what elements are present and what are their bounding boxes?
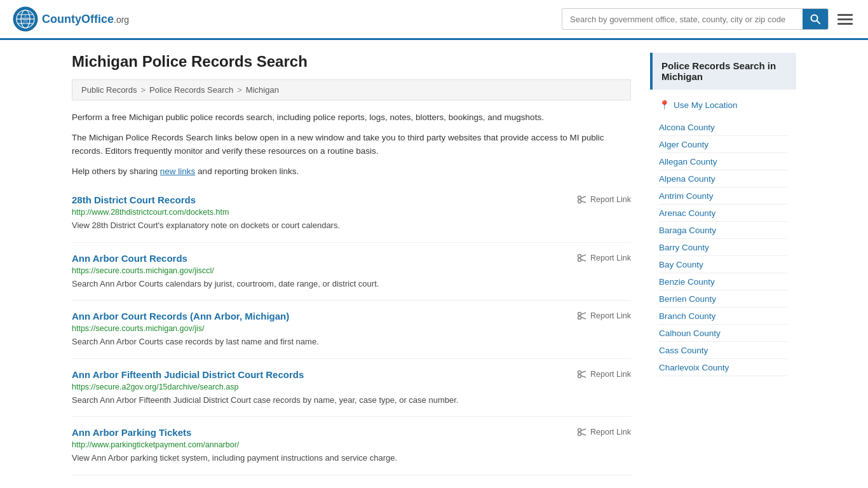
menu-line-2 bbox=[837, 18, 853, 20]
sidebar-county-link[interactable]: Alger County bbox=[659, 140, 709, 149]
sidebar-county-item: Antrim County bbox=[659, 187, 787, 205]
breadcrumb-public-records[interactable]: Public Records bbox=[81, 85, 137, 95]
record-title: Ann Arbor Parking Tickets bbox=[72, 427, 191, 438]
sidebar-county-link[interactable]: Alpena County bbox=[659, 174, 715, 184]
record-title-link[interactable]: 28th District Court Records bbox=[72, 194, 196, 205]
sidebar-county-item: Alpena County bbox=[659, 170, 787, 187]
report-link-label: Report Link bbox=[590, 370, 631, 379]
description-1: Perform a free Michigan public police re… bbox=[72, 111, 631, 125]
record-title: Ann Arbor Fifteenth Judicial District Co… bbox=[72, 369, 304, 380]
svg-point-22 bbox=[578, 370, 581, 374]
report-link-label: Report Link bbox=[590, 254, 631, 262]
sidebar-county-link[interactable]: Bay County bbox=[659, 260, 703, 269]
breadcrumb-sep-1: > bbox=[140, 85, 146, 95]
report-link-label: Report Link bbox=[590, 428, 631, 437]
sidebar-county-link[interactable]: Allegan County bbox=[659, 157, 717, 166]
svg-point-10 bbox=[578, 196, 581, 200]
sidebar-county-item: Benzie County bbox=[659, 273, 787, 290]
logo-text: CountyOffice.org bbox=[42, 13, 129, 26]
record-url[interactable]: http://www.parkingticketpayment.com/anna… bbox=[72, 440, 631, 449]
sidebar-county-link[interactable]: Charlevoix County bbox=[659, 363, 729, 372]
record-url[interactable]: https://secure.courts.michigan.gov/jis/ bbox=[72, 324, 631, 333]
record-title: 28th District Court Records bbox=[72, 194, 196, 205]
record-item: Ann Arbor Parking Tickets Report Link ht… bbox=[72, 417, 631, 475]
search-input[interactable] bbox=[562, 10, 803, 29]
breadcrumb-sep-2: > bbox=[237, 85, 242, 95]
report-link-label: Report Link bbox=[590, 195, 631, 204]
report-link-button[interactable]: Report Link bbox=[577, 311, 631, 321]
main-container: Michigan Police Records Search Public Re… bbox=[59, 40, 809, 488]
sidebar-county-link[interactable]: Cass County bbox=[659, 346, 708, 355]
sidebar-county-item: Cass County bbox=[659, 342, 787, 359]
logo-icon bbox=[13, 6, 38, 32]
description-3: Help others by sharing new links and rep… bbox=[72, 165, 631, 179]
page-title: Michigan Police Records Search bbox=[72, 53, 631, 71]
sidebar-county-item: Bay County bbox=[659, 256, 787, 273]
record-url[interactable]: https://secure.a2gov.org/15darchive/sear… bbox=[72, 383, 631, 391]
svg-point-26 bbox=[578, 429, 581, 432]
sidebar-county-link[interactable]: Benzie County bbox=[659, 277, 715, 287]
scissors-icon bbox=[577, 369, 587, 379]
svg-line-9 bbox=[817, 21, 820, 24]
svg-point-14 bbox=[578, 254, 581, 257]
sidebar-county-item: Alcona County bbox=[659, 119, 787, 136]
breadcrumb-michigan: Michigan bbox=[246, 85, 279, 95]
record-title-link[interactable]: Ann Arbor Fifteenth Judicial District Co… bbox=[72, 369, 304, 380]
record-title-link[interactable]: Ann Arbor Parking Tickets bbox=[72, 427, 191, 438]
sidebar-county-item: Calhoun County bbox=[659, 325, 787, 342]
sidebar-county-link[interactable]: Barry County bbox=[659, 243, 709, 252]
record-description: View Ann Arbor parking ticket system, in… bbox=[72, 452, 631, 464]
report-link-button[interactable]: Report Link bbox=[577, 369, 631, 379]
scissors-icon bbox=[577, 311, 587, 321]
record-url[interactable]: http://www.28thdistrictcourt.com/dockets… bbox=[72, 208, 631, 217]
breadcrumb: Public Records > Police Records Search >… bbox=[72, 79, 631, 100]
sidebar-county-link[interactable]: Antrim County bbox=[659, 191, 714, 201]
report-link-label: Report Link bbox=[590, 311, 631, 320]
svg-point-18 bbox=[578, 313, 581, 316]
scissors-icon bbox=[577, 253, 587, 263]
svg-point-27 bbox=[578, 433, 581, 436]
svg-point-19 bbox=[578, 316, 581, 320]
record-item: 28th District Court Records Report Link … bbox=[72, 184, 631, 243]
record-description: Search Ann Arbor Fifteenth Judicial Dist… bbox=[72, 394, 631, 407]
sidebar-county-link[interactable]: Calhoun County bbox=[659, 329, 721, 338]
report-link-button[interactable]: Report Link bbox=[577, 427, 631, 437]
sidebar-county-link[interactable]: Baraga County bbox=[659, 226, 716, 235]
record-item: Ann Arbor Fifteenth Judicial District Co… bbox=[72, 359, 631, 417]
header-right bbox=[562, 8, 855, 30]
sidebar-county-item: Alger County bbox=[659, 136, 787, 153]
record-url[interactable]: https://secure.courts.michigan.gov/jiscc… bbox=[72, 266, 631, 275]
svg-point-11 bbox=[578, 200, 581, 203]
sidebar-county-link[interactable]: Arenac County bbox=[659, 208, 715, 218]
breadcrumb-police-records-search[interactable]: Police Records Search bbox=[149, 85, 233, 95]
new-links-link[interactable]: new links bbox=[160, 166, 196, 176]
record-title: Ann Arbor Court Records bbox=[72, 253, 187, 264]
record-item: Ann Arbor Court Records Report Link http… bbox=[72, 243, 631, 301]
header: CountyOffice.org bbox=[0, 0, 868, 40]
sidebar-county-link[interactable]: Berrien County bbox=[659, 294, 716, 304]
record-title-link[interactable]: Ann Arbor Court Records bbox=[72, 253, 187, 264]
search-button[interactable] bbox=[803, 9, 828, 29]
use-my-location-link[interactable]: Use My Location bbox=[674, 100, 738, 110]
sidebar-county-link[interactable]: Alcona County bbox=[659, 123, 715, 132]
sidebar-location: 📍 Use My Location bbox=[650, 96, 796, 114]
records-list: 28th District Court Records Report Link … bbox=[72, 184, 631, 475]
sidebar-county-item: Berrien County bbox=[659, 290, 787, 308]
record-title: Ann Arbor Court Records (Ann Arbor, Mich… bbox=[72, 311, 289, 322]
menu-line-1 bbox=[837, 14, 853, 16]
record-description: Search Ann Arbor Courts case records by … bbox=[72, 336, 631, 348]
report-link-button[interactable]: Report Link bbox=[577, 194, 631, 205]
hamburger-menu-button[interactable] bbox=[835, 11, 855, 27]
record-item: Ann Arbor Court Records (Ann Arbor, Mich… bbox=[72, 301, 631, 359]
sidebar-county-item: Allegan County bbox=[659, 153, 787, 170]
svg-point-15 bbox=[578, 258, 581, 261]
record-title-link[interactable]: Ann Arbor Court Records (Ann Arbor, Mich… bbox=[72, 311, 289, 322]
sidebar-title: Police Records Search in Michigan bbox=[650, 53, 796, 90]
sidebar: Police Records Search in Michigan 📍 Use … bbox=[650, 53, 796, 475]
sidebar-county-link[interactable]: Branch County bbox=[659, 311, 715, 321]
record-header: Ann Arbor Fifteenth Judicial District Co… bbox=[72, 369, 631, 380]
record-description: View 28th District Court's explanatory n… bbox=[72, 219, 631, 232]
location-pin-icon: 📍 bbox=[659, 100, 670, 110]
sidebar-county-item: Charlevoix County bbox=[659, 359, 787, 376]
report-link-button[interactable]: Report Link bbox=[577, 253, 631, 263]
